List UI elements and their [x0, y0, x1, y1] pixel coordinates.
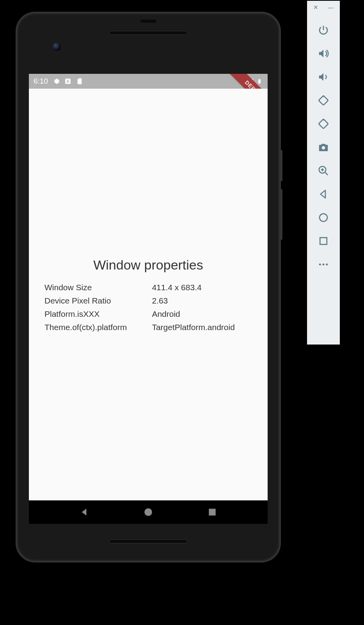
- prop-value: 2.63: [152, 296, 252, 305]
- status-time: 6:10: [34, 77, 48, 86]
- power-icon[interactable]: [317, 23, 330, 37]
- prop-label: Device Pixel Ratio: [44, 296, 144, 305]
- app-content: Window properties Window Size 411.4 x 68…: [29, 89, 268, 500]
- svg-rect-14: [209, 509, 215, 515]
- prop-label: Theme.of(ctx).platform: [44, 323, 144, 332]
- emulator-sidebar: ✕ —: [307, 1, 340, 345]
- prop-label: Platform.isXXX: [44, 309, 144, 319]
- nav-home-icon[interactable]: [143, 507, 153, 517]
- rotate-left-icon[interactable]: [317, 94, 330, 107]
- svg-point-4: [320, 214, 327, 221]
- sidebar-window-controls: ✕ —: [307, 4, 340, 13]
- svg-rect-5: [320, 238, 327, 245]
- page-title: Window properties: [93, 257, 203, 273]
- sd-card-icon: [76, 78, 83, 85]
- bottom-speaker: [109, 539, 187, 543]
- properties-table: Window Size 411.4 x 683.4 Device Pixel R…: [44, 283, 252, 332]
- svg-point-7: [323, 264, 325, 266]
- volume-down-icon[interactable]: [317, 70, 330, 84]
- svg-point-13: [144, 508, 152, 516]
- volume-up-icon[interactable]: [317, 47, 330, 60]
- nav-overview-icon[interactable]: [207, 507, 217, 517]
- a-box-icon: A: [64, 78, 71, 85]
- phone-screen: 6:10 A: [29, 74, 268, 500]
- home-icon[interactable]: [317, 211, 330, 224]
- earpiece-speaker: [109, 31, 187, 35]
- minimize-icon[interactable]: —: [328, 4, 334, 11]
- status-left: 6:10 A: [34, 77, 83, 86]
- prop-label: Window Size: [44, 283, 144, 292]
- svg-rect-12: [259, 79, 260, 79]
- prop-value: Android: [152, 309, 252, 319]
- side-button: [280, 189, 282, 240]
- nav-back-icon[interactable]: [79, 507, 89, 517]
- back-icon[interactable]: [317, 188, 330, 201]
- svg-text:A: A: [66, 79, 69, 84]
- more-icon[interactable]: [317, 258, 330, 271]
- camera-icon[interactable]: [317, 141, 330, 154]
- prop-value: 411.4 x 683.4: [152, 283, 252, 292]
- side-button: [280, 150, 282, 181]
- settings-icon: [53, 78, 60, 85]
- rotate-right-icon[interactable]: [317, 117, 330, 130]
- overview-icon[interactable]: [317, 234, 330, 248]
- phone-device-frame: 6:10 A: [16, 12, 281, 562]
- prop-value: TargetPlatform.android: [152, 323, 252, 332]
- svg-rect-11: [258, 79, 261, 84]
- android-nav-bar: [29, 500, 268, 524]
- svg-point-6: [319, 264, 321, 266]
- front-camera: [52, 42, 62, 52]
- close-icon[interactable]: ✕: [313, 4, 318, 11]
- status-bar: 6:10 A: [29, 74, 268, 89]
- svg-point-8: [326, 264, 328, 266]
- battery-icon: [256, 78, 263, 85]
- zoom-icon[interactable]: [317, 164, 330, 177]
- notch: [140, 20, 156, 23]
- svg-point-2: [322, 146, 325, 150]
